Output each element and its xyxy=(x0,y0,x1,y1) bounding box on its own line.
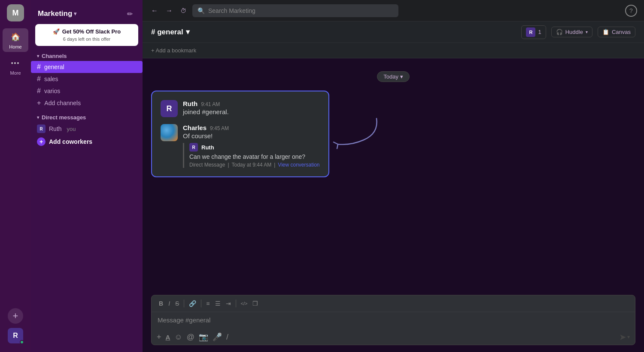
charles-text: Of course! xyxy=(183,132,320,140)
send-dropdown-button[interactable]: ▾ xyxy=(627,334,630,340)
font-button[interactable]: A xyxy=(166,334,170,341)
channel-actions: R 1 🎧 Huddle ▾ 📋 Canvas xyxy=(521,25,635,39)
channels-toggle-icon: ▾ xyxy=(37,54,39,58)
video-button[interactable]: 📷 xyxy=(199,332,208,342)
plus-circle-icon: + xyxy=(37,137,46,146)
unordered-list-button[interactable]: ☰ xyxy=(213,299,223,308)
huddle-button[interactable]: 🎧 Huddle ▾ xyxy=(551,27,592,37)
ruth-join-header: Ruth 9:41 AM xyxy=(183,100,320,107)
add-bookmark-button[interactable]: + Add a bookmark xyxy=(151,47,196,54)
arrow-decoration xyxy=(329,116,381,151)
thread-separator: | xyxy=(228,162,229,168)
channel-title[interactable]: # general ▾ xyxy=(151,27,190,36)
add-channels-item[interactable]: + Add channels xyxy=(31,97,143,109)
huddle-chevron-icon: ▾ xyxy=(586,30,588,34)
ruth-author: Ruth xyxy=(183,100,197,107)
send-button[interactable]: ➤ xyxy=(619,332,626,342)
hash-icon-varios: # xyxy=(37,87,41,95)
thread-header: R Ruth xyxy=(189,143,320,152)
history-button[interactable]: ⏱ xyxy=(179,6,188,16)
emoji-button[interactable]: ☺ xyxy=(174,333,182,342)
app-layout: M 🏠 Home ••• More + R Marketing ▾ ✏ xyxy=(0,0,644,352)
thread-channel: Direct Message xyxy=(189,162,225,168)
search-bar[interactable]: 🔍 Search Marketing xyxy=(192,4,398,17)
input-actions: + A ☺ @ 📷 🎤 / ➤ ▾ xyxy=(152,329,635,345)
promo-banner[interactable]: 🚀 Get 50% Off Slack Pro 6 days left on t… xyxy=(35,24,138,46)
italic-button[interactable]: I xyxy=(166,299,172,308)
sidebar-header: Marketing ▾ ✏ xyxy=(31,0,143,24)
promo-title: 🚀 Get 50% Off Slack Pro xyxy=(53,28,121,35)
strikethrough-button[interactable]: S xyxy=(173,299,181,308)
charles-header: Charles 9:45 AM xyxy=(183,124,320,131)
back-button[interactable]: ← xyxy=(149,5,160,16)
mention-button[interactable]: @ xyxy=(187,333,194,342)
input-toolbar: B I S 🔗 ≡ ☰ ⇥ </> ❒ xyxy=(152,295,635,312)
dm-name-ruth: Ruth xyxy=(49,125,62,132)
status-dot xyxy=(20,340,24,344)
hash-icon-sales: # xyxy=(37,75,41,83)
message-row-charles: Charles 9:45 AM Of course! R Ruth Can xyxy=(161,124,320,168)
message-card: R Ruth 9:41 AM joined #general. xyxy=(151,91,329,177)
indent-button[interactable]: ⇥ xyxy=(224,299,233,308)
members-button[interactable]: R 1 xyxy=(521,25,546,39)
dm-section-header[interactable]: ▾ Direct messages xyxy=(31,112,143,122)
toolbar-divider-2 xyxy=(201,300,201,307)
add-coworkers-label: Add coworkers xyxy=(49,138,92,145)
charles-avatar xyxy=(161,124,178,141)
channels-section-header[interactable]: ▾ Channels xyxy=(31,51,143,61)
link-button[interactable]: 🔗 xyxy=(187,299,198,308)
channels-section: ▾ Channels # general # sales # varios + … xyxy=(31,51,143,112)
add-coworkers-item[interactable]: + Add coworkers xyxy=(31,135,143,148)
today-divider: Today ▾ xyxy=(151,71,635,82)
channel-header: # general ▾ R 1 🎧 Huddle ▾ 📋 Canvas xyxy=(143,21,644,43)
message-input-placeholder[interactable]: Message #general xyxy=(152,312,635,329)
left-rail: M 🏠 Home ••• More + R xyxy=(0,0,31,352)
sidebar: Marketing ▾ ✏ 🚀 Get 50% Off Slack Pro 6 … xyxy=(31,0,143,352)
charles-content: Charles 9:45 AM Of course! R Ruth Can xyxy=(183,124,320,168)
dm-avatar-ruth: R xyxy=(37,124,46,133)
huddle-label: Huddle xyxy=(565,29,583,35)
bold-button[interactable]: B xyxy=(157,299,165,308)
right-panel: ← → ⏱ 🔍 Search Marketing ? # general ▾ R… xyxy=(143,0,644,352)
ruth-join-content: Ruth 9:41 AM joined #general. xyxy=(183,100,320,115)
channels-section-label: Channels xyxy=(42,53,67,59)
forward-button[interactable]: → xyxy=(164,5,174,16)
workspace-avatar[interactable]: M xyxy=(7,4,24,21)
channel-name: # general xyxy=(151,28,183,36)
add-workspace-button[interactable]: + xyxy=(8,308,23,324)
channel-item-general[interactable]: # general xyxy=(31,61,143,73)
thread-author: Ruth xyxy=(201,144,214,151)
mic-button[interactable]: 🎤 xyxy=(213,332,222,342)
input-area: B I S 🔗 ≡ ☰ ⇥ </> ❒ Message #general + A xyxy=(143,291,644,352)
ordered-list-button[interactable]: ≡ xyxy=(204,299,212,308)
add-button[interactable]: + xyxy=(157,333,161,342)
canvas-button[interactable]: 📋 Canvas xyxy=(598,27,635,37)
code-button[interactable]: </> xyxy=(239,300,250,307)
rail-item-home[interactable]: 🏠 Home xyxy=(3,28,28,52)
charles-time: 9:45 AM xyxy=(210,125,229,131)
channel-item-sales[interactable]: # sales xyxy=(31,73,143,85)
canvas-icon: 📋 xyxy=(602,29,609,35)
user-avatar[interactable]: R xyxy=(8,328,23,343)
help-button[interactable]: ? xyxy=(625,5,637,17)
more-icon: ••• xyxy=(9,57,21,69)
workspace-name[interactable]: Marketing ▾ xyxy=(38,9,76,18)
dm-item-ruth[interactable]: R Ruth you xyxy=(31,122,143,135)
thread-meta: Direct Message | Today at 9:44 AM | View… xyxy=(189,162,320,168)
view-conversation-link[interactable]: View conversation xyxy=(278,162,319,168)
input-box: B I S 🔗 ≡ ☰ ⇥ </> ❒ Message #general + A xyxy=(151,295,635,345)
rail-item-more[interactable]: ••• More xyxy=(3,55,28,78)
rail-home-label: Home xyxy=(9,44,21,49)
ruth-join-time: 9:41 AM xyxy=(201,101,220,107)
thread-avatar: R xyxy=(189,143,198,152)
slash-button[interactable]: / xyxy=(226,333,228,342)
today-button[interactable]: Today ▾ xyxy=(377,71,409,82)
thread-preview: R Ruth Can we change the avatar for a la… xyxy=(183,143,320,168)
member-avatar: R xyxy=(526,27,535,37)
block-button[interactable]: ❒ xyxy=(250,299,260,308)
workspace-chevron-icon: ▾ xyxy=(74,11,76,17)
channel-item-varios[interactable]: # varios xyxy=(31,85,143,97)
new-message-button[interactable]: ✏ xyxy=(124,8,136,20)
ruth-avatar: R xyxy=(161,100,178,117)
ruth-join-text: joined #general. xyxy=(183,108,320,115)
